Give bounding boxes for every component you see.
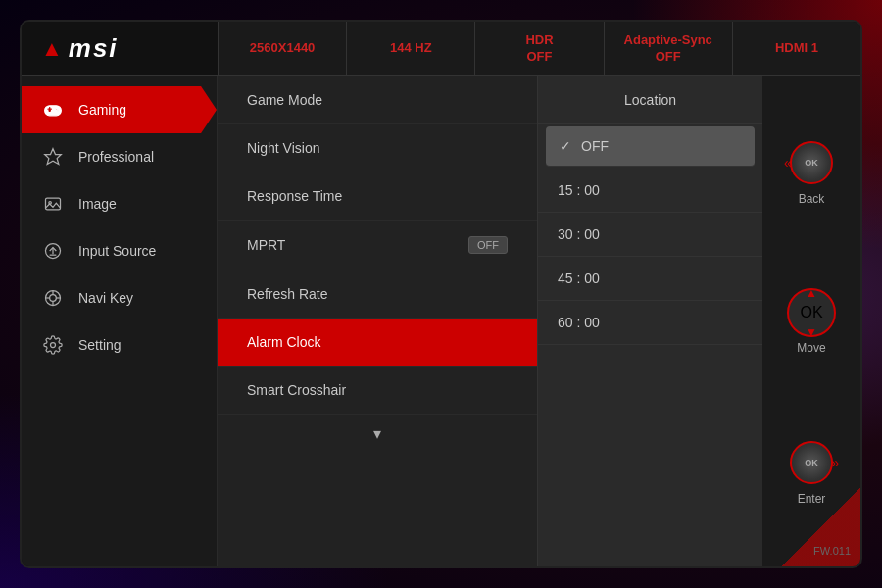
move-label: Move xyxy=(797,341,825,355)
menu-item-game-mode[interactable]: Game Mode xyxy=(218,76,537,124)
fw-version: FW.011 xyxy=(813,545,851,557)
sidebar-item-setting[interactable]: Setting xyxy=(22,321,217,368)
image-icon xyxy=(41,192,65,216)
move-button-group: OK ▲ ▼ Move xyxy=(787,288,836,355)
value-item-off[interactable]: ✓ OFF xyxy=(546,126,755,167)
sidebar-label-professional: Professional xyxy=(78,149,154,165)
star-icon xyxy=(41,145,65,169)
svg-marker-6 xyxy=(45,149,62,165)
sidebar-item-professional[interactable]: Professional xyxy=(22,133,217,180)
check-icon: ✓ xyxy=(560,138,571,154)
move-ok-label: OK xyxy=(800,304,822,321)
svg-point-18 xyxy=(51,343,56,348)
setting-icon xyxy=(41,333,65,357)
back-button[interactable]: « OK xyxy=(790,141,833,184)
svg-point-4 xyxy=(56,108,58,110)
status-hdr: HDROFF xyxy=(474,22,603,75)
status-adaptive-sync: Adaptive-SyncOFF xyxy=(604,22,732,75)
sidebar-item-gaming[interactable]: Gaming xyxy=(22,86,217,133)
back-label: Back xyxy=(799,192,825,206)
sidebar-label-input-source: Input Source xyxy=(78,243,156,259)
menu-item-response-time[interactable]: Response Time xyxy=(218,172,537,220)
svg-point-13 xyxy=(50,295,57,302)
move-button[interactable]: OK ▲ ▼ xyxy=(787,288,836,337)
menu-item-smart-crosshair[interactable]: Smart Crosshair xyxy=(218,367,537,415)
sidebar-item-input-source[interactable]: Input Source xyxy=(22,227,217,274)
sidebar-item-navi-key[interactable]: Navi Key xyxy=(22,274,217,321)
menu-item-mprt[interactable]: MPRT OFF xyxy=(218,220,537,270)
menu-item-night-vision[interactable]: Night Vision xyxy=(218,124,537,172)
navi-key-icon xyxy=(41,286,65,310)
status-input: HDMI 1 xyxy=(732,22,860,75)
menu-panel: Game Mode Night Vision Response Time MPR… xyxy=(218,76,537,566)
arrow-down-icon: ▼ xyxy=(806,326,817,338)
value-item-60min[interactable]: 60 : 00 xyxy=(538,301,762,345)
status-resolution: 2560X1440 xyxy=(218,22,346,75)
mprt-toggle: OFF xyxy=(468,236,508,254)
sidebar-item-image[interactable]: Image xyxy=(22,180,217,227)
msi-dragon-icon: ▲ xyxy=(41,36,63,62)
value-item-15min[interactable]: 15 : 00 xyxy=(538,169,762,213)
enter-ok-label: OK xyxy=(805,458,818,467)
arrow-up-icon: ▲ xyxy=(806,287,817,299)
top-bar: ▲ msi 2560X1440 144 HZ HDROFF Adaptive-S… xyxy=(22,22,860,76)
value-item-45min[interactable]: 45 : 00 xyxy=(538,257,762,301)
svg-point-5 xyxy=(57,110,59,112)
menu-item-refresh-rate[interactable]: Refresh Rate xyxy=(218,270,537,318)
main-content: Gaming Professional Im xyxy=(22,76,860,566)
sidebar-label-image: Image xyxy=(78,196,117,212)
value-item-30min[interactable]: 30 : 00 xyxy=(538,213,762,257)
sidebar: Gaming Professional Im xyxy=(22,76,218,566)
monitor-bezel: ▲ msi 2560X1440 144 HZ HDROFF Adaptive-S… xyxy=(20,20,862,568)
controls-panel: « OK Back OK ▲ ▼ Move » xyxy=(762,76,860,566)
back-ok-label: OK xyxy=(805,158,818,168)
value-header-location: Location xyxy=(538,76,762,124)
value-panel: Location ✓ OFF 15 : 00 30 : 00 45 : 00 6… xyxy=(537,76,762,566)
status-bar-items: 2560X1440 144 HZ HDROFF Adaptive-SyncOFF… xyxy=(218,22,860,75)
status-refresh-rate: 144 HZ xyxy=(346,22,474,75)
gamepad-icon xyxy=(41,98,65,122)
sidebar-label-gaming: Gaming xyxy=(78,102,126,118)
msi-logo-text: msi xyxy=(69,33,119,64)
enter-button[interactable]: » OK xyxy=(790,441,833,484)
sidebar-label-navi-key: Navi Key xyxy=(78,290,133,306)
menu-item-alarm-clock[interactable]: Alarm Clock xyxy=(218,318,537,367)
input-icon xyxy=(41,239,65,263)
sidebar-label-setting: Setting xyxy=(78,337,122,353)
more-indicator[interactable]: ▾ xyxy=(218,415,537,453)
logo-section: ▲ msi xyxy=(22,22,218,75)
back-button-group: « OK Back xyxy=(790,137,833,206)
